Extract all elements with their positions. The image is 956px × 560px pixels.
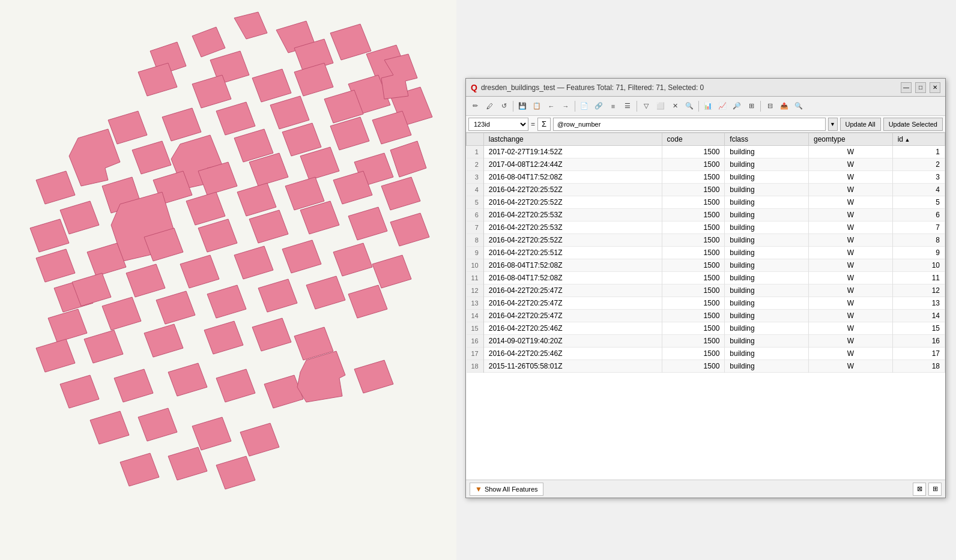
cell-lastchange: 2016-04-22T20:25:46Z [483,322,662,335]
cell-lastchange: 2017-02-27T19:14:52Z [483,146,662,158]
undo-button[interactable]: ← [545,100,558,113]
col-header-id[interactable]: id [892,133,945,146]
table-row[interactable]: 4 2016-04-22T20:25:52Z 1500 building W 4 [467,184,945,196]
footer-icon-btn-1[interactable]: ⊠ [913,483,926,496]
cell-rownum: 4 [467,184,484,196]
save-button[interactable]: 💾 [516,100,529,113]
deselect-button[interactable]: ✕ [668,100,682,113]
redo-button[interactable]: → [559,100,572,113]
cell-id: 15 [892,322,945,335]
window-title-bar: Q dresden_buildings_test — Features Tota… [466,79,945,97]
edit-button[interactable]: ✏ [468,100,482,113]
zoom-button[interactable]: 🔎 [730,100,743,113]
cell-lastchange: 2016-04-22T20:25:52Z [483,234,662,247]
copy-button[interactable]: 📋 [530,100,543,113]
cell-id: 5 [892,196,945,209]
cell-code: 1500 [662,184,725,196]
export-button[interactable]: 📤 [778,100,791,113]
table-button[interactable]: ≡ [607,100,620,113]
table-container[interactable]: lastchange code fclass geomtype id 1 201… [466,133,945,480]
table-row[interactable]: 3 2016-08-04T17:52:08Z 1500 building W 3 [467,171,945,184]
cell-id: 4 [892,184,945,196]
expression-bar: 123id = Σ ▼ Update All Update Selected [466,116,945,133]
cell-fclass: building [725,221,809,234]
grid-button[interactable]: ⊟ [763,100,776,113]
refresh-button[interactable]: ↺ [497,100,510,113]
table-row[interactable]: 14 2016-04-22T20:25:47Z 1500 building W … [467,310,945,322]
table-row[interactable]: 11 2016-08-04T17:52:08Z 1500 building W … [467,272,945,285]
col-header-geomtype[interactable]: geomtype [808,133,892,146]
col-header-fclass[interactable]: fclass [725,133,809,146]
cell-code: 1500 [662,285,725,297]
chart-button[interactable]: 📈 [716,100,729,113]
filter-button[interactable]: ▽ [640,100,653,113]
table-row[interactable]: 7 2016-04-22T20:25:53Z 1500 building W 7 [467,221,945,234]
cell-fclass: building [725,158,809,171]
cell-geomtype: W [808,234,892,247]
table-row[interactable]: 18 2015-11-26T05:58:01Z 1500 building W … [467,360,945,373]
table-row[interactable]: 16 2014-09-02T19:40:20Z 1500 building W … [467,335,945,348]
window-title-text: Q dresden_buildings_test — Features Tota… [471,83,704,92]
cell-id: 3 [892,171,945,184]
buildings-svg [0,0,456,560]
table-row[interactable]: 15 2016-04-22T20:25:46Z 1500 building W … [467,322,945,335]
table-row[interactable]: 13 2016-04-22T20:25:47Z 1500 building W … [467,297,945,310]
field-select[interactable]: 123id [468,118,528,131]
cell-id: 8 [892,234,945,247]
cell-code: 1500 [662,322,725,335]
sigma-button[interactable]: Σ [537,118,551,131]
cell-rownum: 2 [467,158,484,171]
expression-dropdown-arrow[interactable]: ▼ [828,118,838,131]
cell-lastchange: 2016-04-22T20:25:47Z [483,297,662,310]
toolbar-separator-3 [637,101,637,112]
table-row[interactable]: 2 2017-04-08T12:24:44Z 1500 building W 2 [467,158,945,171]
close-button[interactable]: ✕ [930,82,940,93]
cell-rownum: 9 [467,247,484,259]
link-button[interactable]: 🔗 [592,100,605,113]
paste-button[interactable]: 📄 [578,100,591,113]
statistics-button[interactable]: 📊 [701,100,715,113]
list-button[interactable]: ☰ [621,100,634,113]
footer-icon-btn-2[interactable]: ⊞ [928,483,942,496]
search-button[interactable]: 🔍 [683,100,696,113]
select-button[interactable]: ⬜ [654,100,667,113]
table-row[interactable]: 12 2016-04-22T20:25:47Z 1500 building W … [467,285,945,297]
cell-id: 17 [892,348,945,360]
cell-lastchange: 2016-08-04T17:52:08Z [483,272,662,285]
cell-code: 1500 [662,171,725,184]
table-row[interactable]: 5 2016-04-22T20:25:52Z 1500 building W 5 [467,196,945,209]
table-row[interactable]: 6 2016-04-22T20:25:53Z 1500 building W 6 [467,209,945,221]
map-canvas[interactable] [0,0,456,560]
cell-code: 1500 [662,297,725,310]
table-row[interactable]: 10 2016-08-04T17:52:08Z 1500 building W … [467,259,945,272]
edit-mode-button[interactable]: 🖊 [483,100,496,113]
col-header-lastchange[interactable]: lastchange [483,133,662,146]
cell-code: 1500 [662,146,725,158]
cell-rownum: 14 [467,310,484,322]
show-all-features-button[interactable]: ▼ Show All Features [470,483,543,496]
cell-rownum: 13 [467,297,484,310]
cell-id: 14 [892,310,945,322]
expression-input[interactable] [553,118,825,131]
cell-geomtype: W [808,247,892,259]
filter-icon: ▼ [475,485,482,493]
cell-geomtype: W [808,335,892,348]
col-header-code[interactable]: code [662,133,725,146]
table-row[interactable]: 8 2016-04-22T20:25:52Z 1500 building W 8 [467,234,945,247]
cell-code: 1500 [662,247,725,259]
minimize-button[interactable]: — [901,82,912,93]
magnify-button[interactable]: 🔍 [792,100,805,113]
table-row[interactable]: 9 2016-04-22T20:25:51Z 1500 building W 9 [467,247,945,259]
table-row[interactable]: 1 2017-02-27T19:14:52Z 1500 building W 1 [467,146,945,158]
cell-id: 9 [892,247,945,259]
cell-geomtype: W [808,348,892,360]
cell-rownum: 10 [467,259,484,272]
update-selected-button[interactable]: Update Selected [883,118,943,131]
layout-button[interactable]: ⊞ [745,100,758,113]
update-all-button[interactable]: Update All [840,118,881,131]
cell-lastchange: 2016-04-22T20:25:52Z [483,196,662,209]
maximize-button[interactable]: □ [915,82,926,93]
table-row[interactable]: 17 2016-04-22T20:25:46Z 1500 building W … [467,348,945,360]
cell-geomtype: W [808,310,892,322]
attribute-table: lastchange code fclass geomtype id 1 201… [466,133,945,373]
